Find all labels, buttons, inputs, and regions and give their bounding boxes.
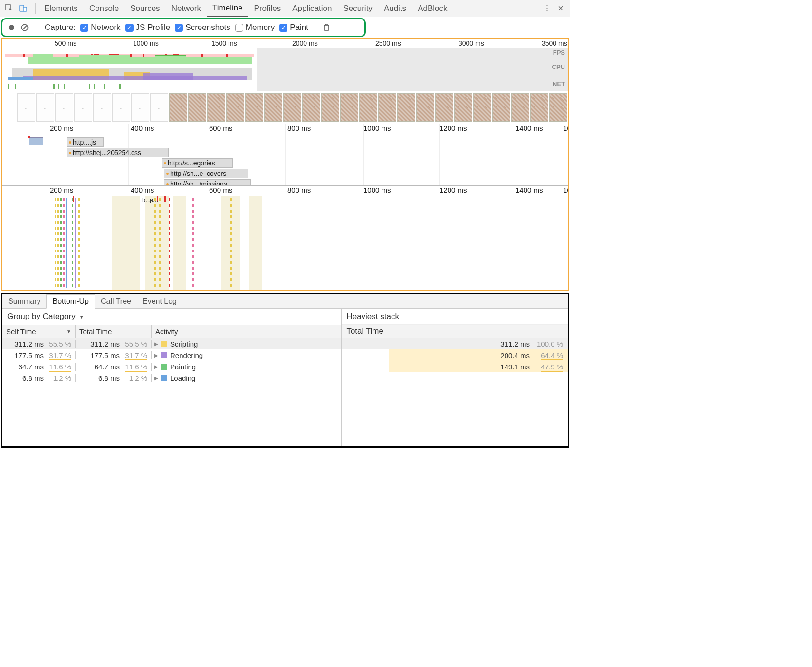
capture-label: Capture: bbox=[45, 23, 76, 32]
heaviest-row[interactable]: 149.1 ms47.9 % bbox=[389, 361, 568, 372]
net-request[interactable]: http....js bbox=[67, 137, 104, 147]
frame-thumb bbox=[435, 93, 453, 122]
svg-point-3 bbox=[9, 25, 14, 30]
frame-thumb bbox=[188, 93, 206, 122]
network-pane[interactable]: 200 ms 400 ms 600 ms 800 ms 1000 ms 1200… bbox=[2, 124, 568, 186]
filmstrip[interactable]: .. .. .. .. .. .. .. .. bbox=[2, 91, 568, 123]
frame-thumb bbox=[207, 93, 225, 122]
frame-thumb bbox=[302, 93, 320, 122]
row-painting[interactable]: 64.7 ms11.6 % 64.7 ms11.6 % ▶Painting bbox=[2, 361, 341, 372]
svg-rect-2 bbox=[23, 7, 27, 11]
frame-thumb bbox=[549, 93, 567, 122]
frame-thumb bbox=[378, 93, 396, 122]
frame-thumb bbox=[530, 93, 548, 122]
record-icon[interactable] bbox=[7, 23, 16, 32]
frame-thumb bbox=[416, 93, 434, 122]
frame-thumb bbox=[245, 93, 263, 122]
frame-thumb bbox=[226, 93, 244, 122]
frame-thumb bbox=[321, 93, 339, 122]
frame-thumb bbox=[511, 93, 529, 122]
net-request[interactable]: http://shej...205254.css bbox=[67, 148, 169, 157]
row-loading[interactable]: 6.8 ms1.2 % 6.8 ms1.2 % ▶Loading bbox=[2, 372, 341, 384]
col-total[interactable]: Total Time bbox=[76, 325, 152, 338]
tab-adblock[interactable]: AdBlock bbox=[412, 0, 453, 17]
check-paint[interactable]: ✓Paint bbox=[279, 23, 308, 32]
tab-timeline[interactable]: Timeline bbox=[207, 0, 248, 17]
check-memory[interactable]: Memory bbox=[235, 23, 275, 32]
flame-ruler: 200 ms 400 ms 600 ms 800 ms 1000 ms 1200… bbox=[2, 186, 568, 196]
check-network[interactable]: ✓Network bbox=[80, 23, 120, 32]
frame-thumb: .. bbox=[131, 93, 149, 122]
frame-thumb: .. bbox=[17, 93, 35, 122]
timeline-area: 500 ms 1000 ms 1500 ms 2000 ms 2500 ms 3… bbox=[1, 38, 569, 291]
net-request[interactable]: http://sh.../missions bbox=[164, 179, 251, 186]
frame-thumb bbox=[359, 93, 377, 122]
capture-toolbar: Capture: ✓Network ✓JS Profile ✓Screensho… bbox=[1, 18, 366, 37]
row-rendering[interactable]: 177.5 ms31.7 % 177.5 ms31.7 % ▶Rendering bbox=[2, 349, 341, 361]
details-tabs: Summary Bottom-Up Call Tree Event Log bbox=[2, 294, 568, 309]
frame-thumb bbox=[264, 93, 282, 122]
close-icon[interactable]: × bbox=[558, 3, 564, 14]
row-scripting[interactable]: 311.2 ms55.5 % 311.2 ms55.5 % ▶Scripting bbox=[2, 338, 341, 349]
col-activity[interactable]: Activity bbox=[152, 325, 341, 338]
frame-thumb: .. bbox=[112, 93, 130, 122]
net-label: NET bbox=[553, 80, 565, 87]
overview-pane[interactable]: 500 ms 1000 ms 1500 ms 2000 ms 2500 ms 3… bbox=[2, 39, 568, 124]
flame-pane[interactable]: 200 ms 400 ms 600 ms 800 ms 1000 ms 1200… bbox=[2, 186, 568, 290]
tab-audits[interactable]: Audits bbox=[378, 0, 412, 17]
frame-thumb bbox=[169, 93, 187, 122]
bottomup-table: Group by Category ▼ Self Time▼ Total Tim… bbox=[2, 309, 342, 446]
tab-application[interactable]: Application bbox=[287, 0, 337, 17]
tab-network[interactable]: Network bbox=[166, 0, 207, 17]
network-ruler: 200 ms 400 ms 600 ms 800 ms 1000 ms 1200… bbox=[2, 124, 568, 135]
frame-thumb bbox=[473, 93, 491, 122]
svg-line-5 bbox=[23, 26, 27, 29]
frame-thumb: .. bbox=[36, 93, 54, 122]
tab-security[interactable]: Security bbox=[337, 0, 378, 17]
net-request[interactable]: http://sh...e_covers bbox=[164, 169, 248, 178]
frame-thumb: .. bbox=[93, 93, 111, 122]
overview-ruler: 500 ms 1000 ms 1500 ms 2000 ms 2500 ms 3… bbox=[2, 39, 568, 48]
details-panel: Summary Bottom-Up Call Tree Event Log Gr… bbox=[1, 293, 569, 448]
fps-label: FPS bbox=[553, 49, 565, 56]
frame-thumb bbox=[283, 93, 301, 122]
chevron-down-icon: ▼ bbox=[79, 314, 84, 319]
net-request[interactable]: http://s...egories bbox=[162, 158, 233, 168]
frame-thumb: .. bbox=[55, 93, 73, 122]
trash-icon[interactable] bbox=[322, 23, 331, 32]
overview-graphs: FPS CPU NET bbox=[2, 48, 568, 91]
net-bar bbox=[29, 137, 43, 145]
device-icon[interactable] bbox=[18, 3, 29, 14]
tab-elements[interactable]: Elements bbox=[38, 0, 84, 17]
frame-thumb bbox=[340, 93, 358, 122]
devtools-header: Elements Console Sources Network Timelin… bbox=[0, 0, 570, 17]
heaviest-row[interactable]: 200.4 ms64.4 % bbox=[389, 349, 568, 361]
frame-thumb bbox=[492, 93, 510, 122]
group-by-select[interactable]: Group by Category ▼ bbox=[2, 309, 341, 325]
inspect-icon[interactable] bbox=[4, 3, 14, 14]
clear-icon[interactable] bbox=[20, 23, 29, 32]
tab-profiles[interactable]: Profiles bbox=[248, 0, 287, 17]
check-screenshots[interactable]: ✓Screenshots bbox=[175, 23, 230, 32]
heaviest-col[interactable]: Total Time bbox=[342, 325, 568, 338]
tab-eventlog[interactable]: Event Log bbox=[137, 294, 182, 309]
tab-sources[interactable]: Sources bbox=[124, 0, 165, 17]
tab-calltree[interactable]: Call Tree bbox=[95, 294, 137, 309]
frame-thumb: .. bbox=[74, 93, 92, 122]
cpu-label: CPU bbox=[552, 63, 565, 70]
panel-tabs: Elements Console Sources Network Timelin… bbox=[38, 0, 543, 17]
heaviest-row[interactable]: 311.2 ms100.0 % bbox=[342, 338, 568, 349]
frame-thumb bbox=[454, 93, 472, 122]
heaviest-title: Heaviest stack bbox=[342, 309, 568, 325]
col-self[interactable]: Self Time▼ bbox=[2, 325, 76, 338]
check-jsprofile[interactable]: ✓JS Profile bbox=[125, 23, 171, 32]
tab-summary[interactable]: Summary bbox=[2, 294, 46, 309]
tab-console[interactable]: Console bbox=[84, 0, 124, 17]
heaviest-stack: Heaviest stack Total Time 311.2 ms100.0 … bbox=[342, 309, 568, 446]
kebab-icon[interactable]: ⋮ bbox=[543, 3, 551, 13]
frame-thumb bbox=[397, 93, 415, 122]
frame-thumb: .. bbox=[150, 93, 168, 122]
tab-bottomup[interactable]: Bottom-Up bbox=[46, 294, 95, 309]
